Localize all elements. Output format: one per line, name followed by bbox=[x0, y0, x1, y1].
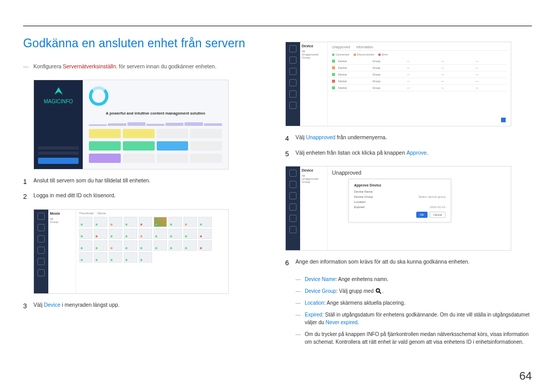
table-row[interactable]: DeviceGroup——— bbox=[332, 65, 507, 71]
thumb-item[interactable] bbox=[139, 229, 152, 239]
thumb-item[interactable] bbox=[94, 252, 107, 263]
nav-icon[interactable] bbox=[289, 57, 297, 64]
screenshot-login: MAGICINFO A powerful and intuitive conte… bbox=[33, 80, 229, 170]
nav-icon[interactable] bbox=[289, 192, 297, 199]
step-num: 4 bbox=[285, 134, 295, 144]
table-row[interactable]: DeviceGroup——— bbox=[332, 78, 507, 85]
step-text: Ange den information som krävs för att d… bbox=[295, 258, 532, 268]
nav-icon[interactable] bbox=[38, 235, 45, 242]
step-6: 6 Ange den information som krävs för att… bbox=[285, 258, 532, 268]
thumb-item[interactable] bbox=[109, 229, 122, 239]
ok-button[interactable]: OK bbox=[416, 212, 428, 218]
table-row[interactable]: DeviceGroup——— bbox=[332, 71, 507, 78]
top-rule bbox=[23, 26, 532, 26]
thumb-item[interactable] bbox=[94, 217, 107, 227]
svg-point-0 bbox=[376, 289, 380, 293]
thumb-item[interactable] bbox=[183, 229, 197, 239]
sub-item: Device Name: Ange enhetens namn. bbox=[295, 275, 532, 283]
thumb-item[interactable] bbox=[198, 240, 212, 251]
step-text: Välj enheten från listan ock klicka på k… bbox=[295, 149, 532, 159]
step-3: 3 Välj Device i menyraden längst upp. bbox=[23, 301, 260, 311]
login-sidebar: MAGICINFO bbox=[34, 80, 83, 169]
approve-dialog: Approve Device Device Name Device GroupS… bbox=[348, 179, 451, 222]
blue-marker bbox=[501, 117, 506, 123]
nav-icon[interactable] bbox=[289, 79, 297, 86]
thumb-item[interactable] bbox=[79, 229, 92, 239]
signin-button[interactable] bbox=[38, 158, 79, 164]
nav-icon[interactable] bbox=[289, 90, 297, 98]
thumb-item[interactable] bbox=[109, 217, 122, 227]
thumb-item[interactable] bbox=[79, 252, 92, 263]
thumb-item[interactable] bbox=[154, 229, 167, 239]
approve-body: Unapproved Approve Device Device Name De… bbox=[328, 166, 511, 250]
step-1: 1 Anslut till servern som du har tilldel… bbox=[23, 177, 260, 187]
dialog-field: Device GroupSelect device group bbox=[354, 195, 446, 198]
page-number: 64 bbox=[520, 369, 532, 383]
step-text: Logga in med ditt ID och lösenord. bbox=[33, 192, 260, 202]
nav-icon[interactable] bbox=[289, 170, 297, 177]
nav-icon[interactable] bbox=[38, 224, 45, 231]
nav-icon[interactable] bbox=[38, 258, 45, 265]
device-body: UnapprovedInformation Connected Disconne… bbox=[328, 42, 511, 126]
side-tree: Device All Unapproved Group bbox=[300, 166, 328, 250]
table-row[interactable]: DeviceGroup——— bbox=[332, 85, 507, 91]
step-num: 5 bbox=[285, 149, 295, 159]
nav-icon[interactable] bbox=[289, 215, 297, 222]
thumb-item[interactable] bbox=[124, 229, 137, 239]
nav-rail bbox=[286, 42, 300, 126]
nav-icon[interactable] bbox=[289, 45, 297, 52]
nav-icon[interactable] bbox=[38, 213, 45, 220]
grid-body: ThumbnailMovie bbox=[76, 210, 228, 293]
thumb-item[interactable] bbox=[139, 217, 152, 227]
nav-icon[interactable] bbox=[289, 226, 297, 233]
thumb-item[interactable] bbox=[198, 229, 212, 239]
step-num: 6 bbox=[285, 258, 295, 268]
thumb-item[interactable] bbox=[124, 217, 137, 227]
nav-icon[interactable] bbox=[38, 269, 45, 276]
thumb-item[interactable] bbox=[139, 240, 152, 251]
thumb-item[interactable] bbox=[79, 240, 92, 251]
sub-item: Expired: Ställ in utgångsdatum för enhet… bbox=[295, 311, 532, 326]
thumb-item[interactable] bbox=[79, 217, 92, 227]
screenshot-content-grid: Movie All Group ThumbnailMovie bbox=[33, 209, 229, 294]
intro-before: Konfigurera bbox=[33, 63, 63, 69]
app-logo: MAGICINFO bbox=[38, 85, 79, 104]
nav-icon[interactable] bbox=[289, 181, 297, 188]
thumb-item[interactable] bbox=[169, 217, 182, 227]
thumb-item[interactable] bbox=[109, 240, 122, 251]
intro-after: för servern innan du godkänner enheten. bbox=[117, 63, 216, 69]
table-row[interactable]: DeviceGroup——— bbox=[332, 58, 507, 65]
thumb-item[interactable] bbox=[183, 240, 197, 251]
thumb-item[interactable] bbox=[198, 217, 212, 227]
thumb-item[interactable] bbox=[124, 252, 137, 263]
nav-icon[interactable] bbox=[289, 102, 297, 109]
thumb-item[interactable] bbox=[183, 217, 197, 227]
thumbnail-grid bbox=[79, 217, 225, 263]
nav-icon[interactable] bbox=[289, 68, 297, 75]
search-icon bbox=[375, 288, 382, 295]
thumb-item[interactable] bbox=[169, 240, 182, 251]
thumb-item[interactable] bbox=[154, 240, 167, 251]
svg-line-1 bbox=[379, 292, 381, 293]
screenshot-approve-dialog: Device All Unapproved Group Unapproved A… bbox=[285, 166, 511, 251]
nav-icon[interactable] bbox=[38, 247, 45, 254]
step-5: 5 Välj enheten från listan ock klicka på… bbox=[285, 149, 532, 159]
side-tree: Device All Unapproved Group bbox=[300, 42, 328, 126]
dialog-field: Expired2016-01-01 bbox=[354, 206, 446, 209]
bar-chart bbox=[89, 122, 222, 126]
nav-icon[interactable] bbox=[289, 203, 297, 211]
column-right: Device All Unapproved Group UnapprovedIn… bbox=[285, 36, 532, 350]
dialog-field: Device Name bbox=[354, 190, 446, 193]
thumb-item[interactable] bbox=[94, 240, 107, 251]
screenshot-device-list: Device All Unapproved Group UnapprovedIn… bbox=[285, 42, 511, 126]
thumb-item[interactable] bbox=[139, 252, 152, 263]
thumb-item[interactable] bbox=[94, 229, 107, 239]
thumb-item[interactable] bbox=[109, 252, 122, 263]
thumb-item[interactable] bbox=[154, 217, 167, 227]
sub-item: Location: Ange skärmens aktuella placeri… bbox=[295, 299, 532, 307]
thumb-item[interactable] bbox=[124, 240, 137, 251]
sub-item: Om du trycker på knappen INFO på fjärrko… bbox=[295, 330, 532, 346]
intro-note: Konfigurera Servernätverksinställn. för … bbox=[23, 63, 260, 70]
thumb-item[interactable] bbox=[169, 229, 182, 239]
cancel-button[interactable]: Cancel bbox=[430, 212, 446, 218]
